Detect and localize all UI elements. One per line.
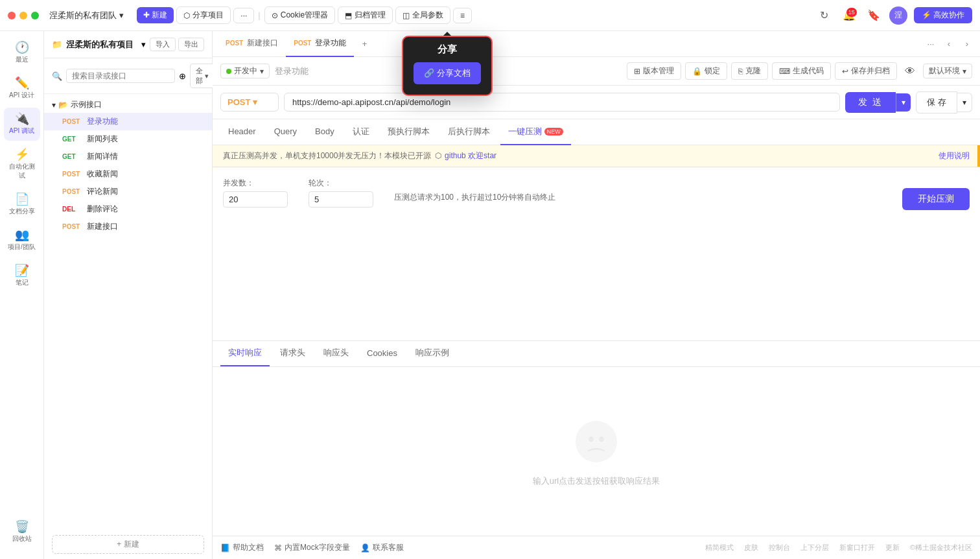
tree-item-collect-news[interactable]: POST 收藏新闻	[44, 165, 212, 183]
sidebar-item-trash[interactable]: 🗑️ 回收站	[4, 516, 40, 549]
avatar[interactable]: 涅	[889, 6, 907, 25]
req-tab-stress-test[interactable]: 一键压测 NEW	[500, 119, 571, 145]
slim-mode-button[interactable]: 精简模式	[705, 543, 734, 553]
tab-add-button[interactable]: +	[356, 36, 372, 52]
sidebar-item-doc-share[interactable]: 📄 文档分享	[4, 188, 40, 221]
preview-icon[interactable]: 👁	[901, 62, 919, 80]
notification-bell-icon[interactable]: 🔔 15	[840, 6, 858, 25]
traffic-light-yellow[interactable]	[19, 12, 27, 19]
method-dropdown[interactable]: POST ▾	[220, 93, 279, 112]
req-tab-auth[interactable]: 认证	[345, 119, 377, 145]
cookie-manager-button[interactable]: ⊙ Cookie管理器	[264, 6, 335, 24]
tree-item-news-list[interactable]: GET 新闻列表	[44, 130, 212, 148]
tree-group-header-examples[interactable]: ▾ 📂 示例接口	[44, 97, 212, 113]
traffic-light-red[interactable]	[8, 12, 16, 19]
sidebar-bottom: 🗑️ 回收站	[4, 516, 40, 554]
sidebar-item-api-debug[interactable]: 🔌 API 调试	[4, 108, 40, 141]
help-doc-button[interactable]: 📘 帮助文档	[220, 542, 264, 553]
usage-link[interactable]: 使用说明	[939, 150, 970, 161]
share-popup-overlay: 分享 🔗 分享文档	[402, 36, 493, 96]
save-arrow-button[interactable]: ▾	[957, 93, 972, 112]
refresh-icon[interactable]: ↻	[815, 6, 834, 25]
mock-icon: ⌘	[274, 543, 282, 553]
new-window-button[interactable]: 新窗口打开	[839, 543, 875, 553]
tab-login[interactable]: POST 登录功能	[286, 31, 354, 57]
status-dropdown[interactable]: 开发中 ▾	[220, 64, 270, 78]
share-popup: 分享 🔗 分享文档	[402, 36, 493, 96]
new-button[interactable]: ✚ 新建	[137, 7, 174, 23]
send-main-button[interactable]: 发 送	[845, 92, 896, 113]
github-link[interactable]: github 欢迎star	[445, 151, 496, 160]
contact-button[interactable]: 👤 联系客服	[360, 542, 404, 553]
tree-item-name: 评论新闻	[87, 186, 118, 197]
notice-text: 真正压测高并发，单机支持10000并发无压力！本模块已开源 ⬡ github 欢…	[223, 150, 496, 161]
filter-dropdown[interactable]: 全部 ▾	[190, 64, 215, 88]
tab-nav-next-icon[interactable]: ›	[959, 36, 975, 52]
gen-code-button[interactable]: ⌨ 生成代码	[772, 62, 831, 80]
version-management-button[interactable]: ⊞ 版本管理	[627, 62, 681, 80]
sidebar-item-api-design[interactable]: ✏️ API 设计	[4, 72, 40, 105]
share-doc-button[interactable]: 🔗 分享文档	[414, 62, 481, 84]
more-button[interactable]: ···	[233, 8, 254, 23]
tree-item-news-detail[interactable]: GET 新闻详情	[44, 148, 212, 165]
svg-point-0	[576, 421, 617, 462]
mock-vars-button[interactable]: ⌘ 内置Mock字段变量	[274, 542, 350, 553]
clone-button[interactable]: ⎘ 克隆	[731, 62, 768, 80]
tab-nav-prev-icon[interactable]: ‹	[941, 36, 957, 52]
req-tab-body[interactable]: Body	[307, 119, 342, 145]
team-name[interactable]: 涅柔斯的私有团队 ▾	[49, 10, 124, 21]
refresh-button[interactable]: 更新	[885, 543, 900, 553]
tab-nav-more-icon[interactable]: ···	[923, 36, 939, 52]
split-button[interactable]: 上下分层	[800, 543, 829, 553]
req-tab-post-script[interactable]: 后执行脚本	[440, 119, 498, 145]
export-button[interactable]: 导出	[178, 38, 204, 51]
add-new-button[interactable]: + 新建	[52, 535, 204, 554]
stress-params: 并发数： 轮次： 压测总请求为100，执行超过10分钟将自动终止 开始压测	[213, 167, 980, 220]
tree-item-name: 新闻列表	[87, 134, 118, 145]
resp-tab-request-headers[interactable]: 请求头	[272, 340, 313, 366]
lock-button[interactable]: 🔒 锁定	[685, 62, 727, 80]
env-dropdown[interactable]: 默认环境 ▾	[923, 64, 972, 78]
tree-item-name: 删除评论	[87, 204, 118, 215]
rounds-input[interactable]	[309, 191, 373, 208]
tabs-right: ··· ‹ ›	[923, 36, 975, 52]
tree-item-comment-news[interactable]: POST 评论新闻	[44, 183, 212, 200]
chevron-down-icon[interactable]: ▾	[141, 40, 146, 49]
tab-new-api[interactable]: POST 新建接口	[218, 31, 286, 57]
save-archive-button[interactable]: ↩ 保存并归档	[835, 62, 897, 80]
resp-tab-cookies[interactable]: Cookies	[359, 340, 405, 366]
send-arrow-button[interactable]: ▾	[896, 93, 911, 112]
bookmark-icon[interactable]: 🔖	[865, 6, 883, 25]
resp-tab-response-headers[interactable]: 响应头	[316, 340, 356, 366]
tabs-bar: POST 新建接口 POST 登录功能 + ··· ‹ ›	[213, 31, 980, 57]
sidebar-item-notes[interactable]: 📝 笔记	[4, 259, 40, 292]
req-tab-header[interactable]: Header	[220, 119, 264, 145]
tree-item-name: 登录功能	[87, 116, 118, 127]
traffic-light-green[interactable]	[31, 12, 39, 19]
tree-item-login[interactable]: POST 登录功能	[44, 113, 212, 130]
tree-item-new-api[interactable]: POST 新建接口	[44, 218, 212, 235]
toolbar-actions: ⊞ 版本管理 🔒 锁定 ⎘ 克隆 ⌨ 生成代码 ↩ 保存并归档	[627, 62, 972, 80]
sidebar-item-project-team[interactable]: 👥 项目/团队	[4, 224, 40, 257]
search-input[interactable]	[66, 69, 175, 83]
import-button[interactable]: 导入	[150, 38, 176, 51]
url-input[interactable]	[284, 93, 840, 112]
concurrency-input[interactable]	[223, 191, 288, 208]
resp-tab-realtime[interactable]: 实时响应	[220, 340, 270, 366]
req-tab-query[interactable]: Query	[266, 119, 305, 145]
skin-button[interactable]: 皮肤	[744, 543, 758, 553]
console-button[interactable]: 控制台	[769, 543, 790, 553]
share-project-button[interactable]: ⬡ 分享项目	[176, 6, 231, 24]
sidebar-item-auto-test[interactable]: ⚡ 自动化测试	[4, 143, 40, 185]
global-params-button[interactable]: ◫ 全局参数	[395, 6, 450, 24]
save-main-button[interactable]: 保 存	[916, 91, 957, 113]
archive-manager-button[interactable]: ⬒ 归档管理	[338, 6, 393, 24]
start-stress-test-button[interactable]: 开始压测	[902, 188, 970, 210]
resp-tab-response-example[interactable]: 响应示例	[408, 340, 457, 366]
req-tab-pre-script[interactable]: 预执行脚本	[380, 119, 438, 145]
menu-button[interactable]: ≡	[453, 8, 472, 23]
sidebar-item-recent[interactable]: 🕐 最近	[4, 36, 40, 69]
tree-item-delete-comment[interactable]: DEL 删除评论	[44, 200, 212, 218]
collab-button[interactable]: ⚡ 高效协作	[914, 7, 972, 23]
tree-group-examples: ▾ 📂 示例接口 POST 登录功能 GET 新闻列表 GET 新闻详情	[44, 97, 212, 235]
